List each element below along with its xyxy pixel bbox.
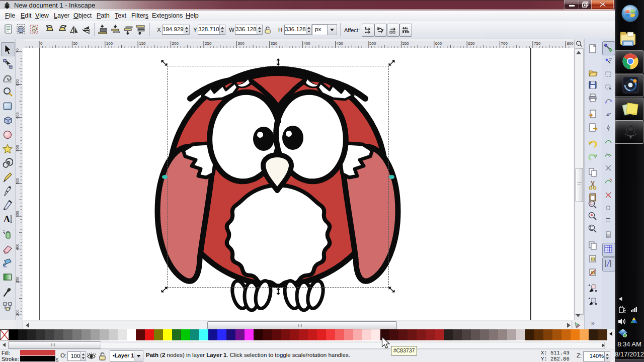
svg-text:400: 400 — [303, 41, 310, 46]
svg-text:A: A — [4, 214, 10, 224]
svg-text:550: 550 — [16, 145, 20, 152]
svg-text:300: 300 — [16, 310, 20, 316]
svg-text:350: 350 — [271, 41, 278, 46]
svg-text:300: 300 — [237, 41, 245, 46]
svg-text:500: 500 — [16, 178, 20, 185]
svg-text:250: 250 — [205, 41, 212, 46]
svg-text:50: 50 — [73, 41, 77, 46]
svg-text:600: 600 — [16, 112, 20, 119]
svg-text:750: 750 — [534, 41, 541, 46]
svg-text:800: 800 — [567, 41, 574, 46]
svg-text:200: 200 — [172, 41, 179, 46]
svg-text:550: 550 — [402, 41, 409, 46]
svg-text:700: 700 — [501, 41, 508, 46]
svg-text:100: 100 — [106, 41, 113, 46]
svg-text:450: 450 — [337, 41, 344, 46]
svg-text:450: 450 — [16, 211, 20, 217]
svg-text:650: 650 — [16, 79, 20, 86]
svg-text:650: 650 — [468, 41, 475, 46]
svg-text:150: 150 — [139, 41, 146, 46]
svg-text:350: 350 — [16, 277, 20, 283]
svg-text:500: 500 — [369, 41, 376, 46]
svg-text:700: 700 — [16, 48, 20, 53]
svg-text:600: 600 — [435, 41, 442, 46]
svg-text:0: 0 — [40, 41, 43, 46]
svg-text:400: 400 — [16, 244, 20, 250]
